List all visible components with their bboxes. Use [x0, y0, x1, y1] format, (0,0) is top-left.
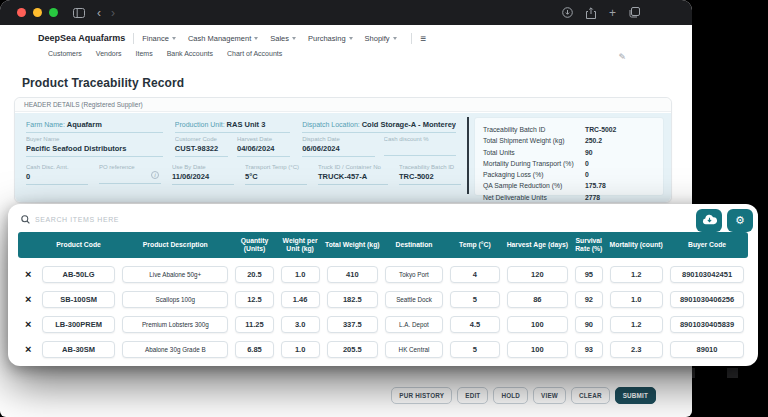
buyer-code-cell[interactable]: 890103042451 — [670, 266, 745, 283]
buyer-code-cell[interactable]: 89010 — [670, 341, 745, 358]
farm-name-field[interactable]: Farm Name: Aquafarm — [26, 116, 163, 133]
subnav-item-items[interactable]: Items — [136, 50, 153, 57]
harvest-date-field[interactable]: Harvest Date 04/06/2024 — [237, 133, 290, 157]
total-weight-cell[interactable]: 182.5 — [327, 291, 378, 308]
temp-cell[interactable]: 4 — [450, 266, 500, 283]
harvest-age-cell[interactable]: 100 — [507, 316, 568, 333]
back-icon[interactable]: ‹ — [97, 7, 101, 19]
weight-per-unit-cell[interactable]: 1.46 — [281, 291, 320, 308]
destination-cell[interactable]: Tokyo Port — [385, 266, 443, 283]
harvest-age-cell[interactable]: 100 — [507, 341, 568, 358]
total-weight-cell[interactable]: 337.5 — [327, 316, 378, 333]
nav-menu-purchasing[interactable]: Purchasing — [308, 34, 353, 43]
dispatch-location-field[interactable]: Dispatch Location: Cold Storage-A - Mont… — [302, 116, 456, 133]
buyer-code-cell[interactable]: 8901030405839 — [670, 316, 745, 333]
product-description-cell[interactable]: Live Abalone 50g+ — [122, 266, 228, 283]
total-weight-cell[interactable]: 205.5 — [327, 341, 378, 358]
po-reference-field[interactable]: PO reference i — [99, 161, 161, 185]
minimize-window-button[interactable] — [33, 8, 42, 17]
close-window-button[interactable] — [17, 8, 26, 17]
buyer-code-cell[interactable]: 8901030406256 — [670, 291, 745, 308]
edit-pencil-icon[interactable]: ✎ — [618, 52, 626, 62]
hold-button[interactable]: HOLD — [493, 387, 528, 404]
top-navigation: DeepSea Aquafarms Finance Cash Managemen… — [38, 29, 678, 47]
header-details-bar: HEADER DETAILS (Registered Supplier) — [15, 98, 671, 112]
subnav-item-bank-accounts[interactable]: Bank Accounts — [167, 50, 213, 57]
nav-menu-cash-management[interactable]: Cash Management — [188, 34, 258, 43]
survival-rate-cell[interactable]: 93 — [575, 341, 603, 358]
temp-cell[interactable]: 5 — [450, 291, 500, 308]
buyer-name-field[interactable]: Buyer Name Pacific Seafood Distributors — [26, 133, 163, 157]
tab-overview-icon[interactable] — [629, 7, 640, 18]
weight-per-unit-cell[interactable]: 1.0 — [281, 266, 320, 283]
harvest-age-cell[interactable]: 120 — [507, 266, 568, 283]
survival-rate-cell[interactable]: 90 — [575, 316, 603, 333]
farm-name-value: Aquafarm — [67, 120, 102, 129]
pur-history-button[interactable]: PUR HISTORY — [391, 387, 452, 404]
remove-row-button[interactable]: × — [18, 319, 38, 330]
truck-id-field[interactable]: Truck ID / Container No TRUCK-457-A — [318, 161, 388, 185]
destination-cell[interactable]: HK Central — [385, 341, 443, 358]
dispatch-date-field[interactable]: Dispatch Date 06/06/2024 — [302, 133, 374, 157]
subnav-item-vendors[interactable]: Vendors — [96, 50, 122, 57]
edit-button[interactable]: EDIT — [457, 387, 488, 404]
column-header: Mortality (count) — [606, 241, 666, 249]
survival-rate-cell[interactable]: 92 — [575, 291, 603, 308]
product-code-cell[interactable]: AB-50LG — [42, 266, 115, 283]
nav-menu-sales[interactable]: Sales — [270, 34, 296, 43]
view-button[interactable]: VIEW — [533, 387, 566, 404]
forward-icon[interactable]: › — [111, 7, 115, 19]
weight-per-unit-cell[interactable]: 1.0 — [281, 341, 320, 358]
cash-discount-pct-field[interactable]: Cash discount % — [384, 133, 456, 157]
production-unit-field[interactable]: Production Unit: RAS Unit 3 — [175, 116, 290, 133]
downloads-icon[interactable] — [562, 7, 573, 18]
submit-button[interactable]: SUBMIT — [615, 387, 656, 404]
nav-menu-shopify[interactable]: Shopify — [365, 34, 397, 43]
quantity-cell[interactable]: 12.5 — [235, 291, 273, 308]
customer-code-field[interactable]: Customer Code CUST-98322 — [175, 133, 228, 157]
mortality-cell[interactable]: 2.3 — [610, 341, 663, 358]
product-code-cell[interactable]: SB-100SM — [42, 291, 115, 308]
info-icon[interactable]: i — [151, 171, 159, 179]
subnav-item-customers[interactable]: Customers — [48, 50, 82, 57]
harvest-age-cell[interactable]: 86 — [507, 291, 568, 308]
cloud-download-button[interactable] — [696, 209, 722, 232]
subnav-item-chart-of-accounts[interactable]: Chart of Accounts — [227, 50, 282, 57]
product-code-cell[interactable]: LB-300PREM — [42, 316, 115, 333]
temp-cell[interactable]: 5 — [450, 341, 500, 358]
share-icon[interactable] — [586, 7, 596, 19]
destination-cell[interactable]: Seattle Dock — [385, 291, 443, 308]
temp-cell[interactable]: 4.5 — [450, 316, 500, 333]
traceability-batch-field[interactable]: Traceability Batch ID TRC-5002 — [399, 161, 461, 185]
quantity-cell[interactable]: 11.25 — [235, 316, 273, 333]
product-code-cell[interactable]: AB-30SM — [42, 341, 115, 358]
new-tab-icon[interactable]: + — [609, 7, 616, 19]
mortality-cell[interactable]: 1.2 — [610, 316, 663, 333]
survival-rate-cell[interactable]: 95 — [575, 266, 603, 283]
mortality-cell[interactable]: 1.0 — [610, 291, 663, 308]
product-description-cell[interactable]: Abalone 30g Grade B — [122, 341, 228, 358]
search-items-input[interactable] — [35, 216, 688, 223]
remove-row-button[interactable]: × — [18, 294, 38, 305]
sidebar-toggle-icon[interactable] — [73, 8, 85, 18]
weight-per-unit-cell[interactable]: 3.0 — [281, 316, 320, 333]
clear-button[interactable]: CLEAR — [571, 387, 610, 404]
quantity-cell[interactable]: 20.5 — [235, 266, 273, 283]
product-description-cell[interactable]: Premium Lobsters 300g — [122, 316, 228, 333]
brand-logo[interactable]: DeepSea Aquafarms — [38, 33, 125, 43]
product-description-cell[interactable]: Scallops 100g — [122, 291, 228, 308]
cash-disc-amt-field[interactable]: Cash Disc. Amt. 0 — [26, 161, 88, 185]
mortality-cell[interactable]: 1.2 — [610, 266, 663, 283]
table-settings-button[interactable]: ⚙ — [727, 209, 753, 232]
transport-temp-field[interactable]: Transport Temp (°C) 5°C — [245, 161, 307, 185]
nav-menu-finance[interactable]: Finance — [142, 34, 176, 43]
summary-row: Total Units90 — [483, 147, 655, 158]
destination-cell[interactable]: L.A. Depot — [385, 316, 443, 333]
use-by-date-field[interactable]: Use By Date 11/06/2024 — [172, 161, 234, 185]
remove-row-button[interactable]: × — [18, 344, 38, 355]
zoom-window-button[interactable] — [49, 8, 58, 17]
hamburger-menu-icon[interactable]: ≡ — [421, 33, 427, 44]
total-weight-cell[interactable]: 410 — [327, 266, 378, 283]
quantity-cell[interactable]: 6.85 — [235, 341, 273, 358]
remove-row-button[interactable]: × — [18, 269, 38, 280]
